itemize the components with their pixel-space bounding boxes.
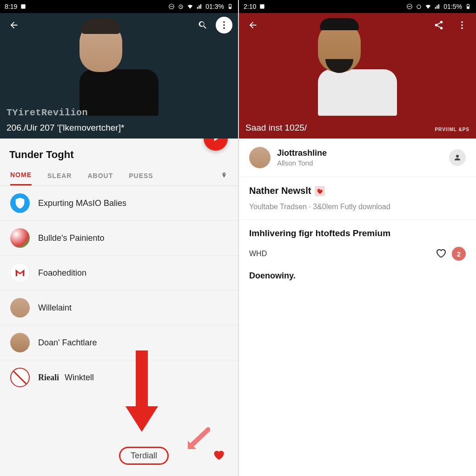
svg-point-6 (223, 21, 225, 23)
list-item-label: Foaohedition (38, 268, 86, 278)
shield-icon (10, 193, 30, 213)
svg-point-7 (223, 24, 225, 26)
channel-row[interactable]: Jiottrashline Allson Tond (239, 139, 476, 177)
signal-icon (434, 3, 441, 10)
play-icon (211, 139, 220, 143)
hero-subtitle: 206./Uir 207 '['lkemovertcher]* (7, 123, 124, 133)
list-item-label: Bullde's Painiento (38, 233, 105, 243)
avatar (10, 333, 30, 352)
subscribe-button[interactable] (449, 149, 466, 166)
svg-rect-2 (170, 6, 173, 7)
premium-title: Imhlivering figr htofteds Premium (249, 228, 466, 238)
list-item[interactable]: Willelaint (0, 291, 238, 325)
premium-line-label: WHD (249, 250, 267, 258)
tab-slear[interactable]: SLEAR (47, 168, 72, 185)
section-title: Nather Newslt (249, 185, 311, 196)
list-item[interactable]: Foaohedition (0, 256, 238, 291)
more-icon (219, 20, 229, 30)
left-screenshot: 8:19 01:3% (0, 0, 238, 476)
more-button[interactable] (216, 17, 232, 33)
notification-icon (259, 3, 265, 10)
back-icon (248, 20, 258, 30)
tab-home[interactable]: NOME (10, 167, 32, 185)
svg-point-12 (417, 5, 421, 9)
alarm-icon (178, 3, 184, 10)
tab-puess[interactable]: PUESS (129, 168, 153, 185)
avatar (10, 228, 30, 248)
heart-outline-icon (435, 247, 446, 258)
callout-pill[interactable]: Terdiall (119, 447, 169, 465)
video-hero[interactable]: TYiretRevilion 206./Uir 207 '['lkemovert… (0, 13, 238, 139)
list-item-label: Winktell (65, 373, 94, 383)
tab-about[interactable]: ABOUT (87, 168, 113, 185)
share-button[interactable] (430, 17, 447, 33)
svg-point-15 (440, 21, 443, 24)
back-button[interactable] (245, 17, 261, 33)
content-list: Expurting MAsIO Balies Bullde's Painient… (0, 186, 238, 476)
list-item[interactable]: Expurting MAsIO Balies (0, 186, 238, 221)
channel-avatar (249, 147, 271, 168)
wifi-icon (187, 3, 193, 10)
list-item[interactable]: Bullde's Painiento (0, 221, 238, 256)
battery-icon (227, 3, 233, 10)
status-bar: 2:10 01:5% (239, 0, 476, 13)
list-item[interactable]: Rieali Winktell (0, 360, 238, 395)
tab-bar: NOME SLEAR ABOUT PUESS (0, 167, 238, 186)
section-subtitle: Youltabe Tradsen · 3&0lem Futly download (249, 203, 466, 211)
hero-subtitle: Saad inst 1025/ (245, 123, 307, 133)
svg-rect-11 (408, 6, 411, 7)
back-button[interactable] (6, 17, 22, 33)
more-icon (457, 20, 467, 30)
status-battery: 01:5% (443, 3, 462, 10)
premium-section: Imhlivering figr htofteds Premium WHD 2 … (239, 220, 476, 281)
search-icon (198, 20, 208, 30)
status-time: 2:10 (244, 3, 256, 10)
dnd-icon (168, 3, 175, 10)
news-section: Nather Newslt Youltabe Tradsen · 3&0lem … (239, 177, 476, 220)
share-icon (434, 20, 444, 30)
premium-final: Doenowiny. (249, 271, 466, 281)
back-icon (9, 20, 19, 30)
video-hero[interactable]: Saad inst 1025/ PRVIIML &PS (239, 13, 476, 139)
list-item-prefix: Rieali (38, 373, 59, 383)
svg-rect-0 (21, 4, 26, 8)
search-button[interactable] (194, 17, 211, 33)
svg-point-19 (461, 24, 463, 26)
right-screenshot: 2:10 01:5% (238, 0, 476, 476)
gmail-icon (10, 263, 30, 283)
no-entry-icon (10, 368, 30, 387)
tab-overflow[interactable] (220, 172, 228, 181)
channel-subtitle: Allson Tond (277, 159, 327, 167)
more-button[interactable] (454, 17, 470, 33)
status-time: 8:19 (5, 3, 17, 10)
like-button[interactable] (435, 247, 446, 260)
dnd-icon (406, 3, 413, 10)
pin-icon (220, 172, 228, 179)
broken-heart-icon (315, 186, 325, 196)
svg-point-8 (223, 27, 225, 29)
avatar (10, 298, 30, 317)
channel-name: Jiottrashline (277, 148, 327, 158)
status-battery: 01:3% (205, 3, 224, 10)
battery-icon (465, 3, 471, 10)
svg-rect-9 (260, 4, 264, 8)
list-item-label: Expurting MAsIO Balies (38, 198, 126, 208)
list-item[interactable]: Doan' Fachtlare (0, 325, 238, 360)
alarm-icon (416, 3, 422, 10)
notification-icon (20, 3, 26, 10)
status-bar: 8:19 01:3% (0, 0, 238, 13)
svg-point-20 (461, 27, 463, 29)
thumbnail-person (79, 21, 159, 116)
list-item-label: Willelaint (38, 303, 72, 313)
person-icon (453, 153, 462, 162)
svg-point-17 (440, 27, 443, 29)
list-item-label: Doan' Fachtlare (38, 338, 97, 348)
channel-panel: Tunder Toght NOME SLEAR ABOUT PUESS Expu… (0, 139, 238, 476)
count-badge: 2 (452, 247, 466, 261)
svg-rect-5 (229, 7, 231, 8)
hero-badge: PRVIIML &PS (435, 127, 469, 132)
svg-point-16 (435, 24, 438, 26)
wifi-icon (425, 3, 431, 10)
hero-watermark: TYiretRevilion (7, 107, 88, 118)
svg-rect-14 (467, 7, 469, 8)
